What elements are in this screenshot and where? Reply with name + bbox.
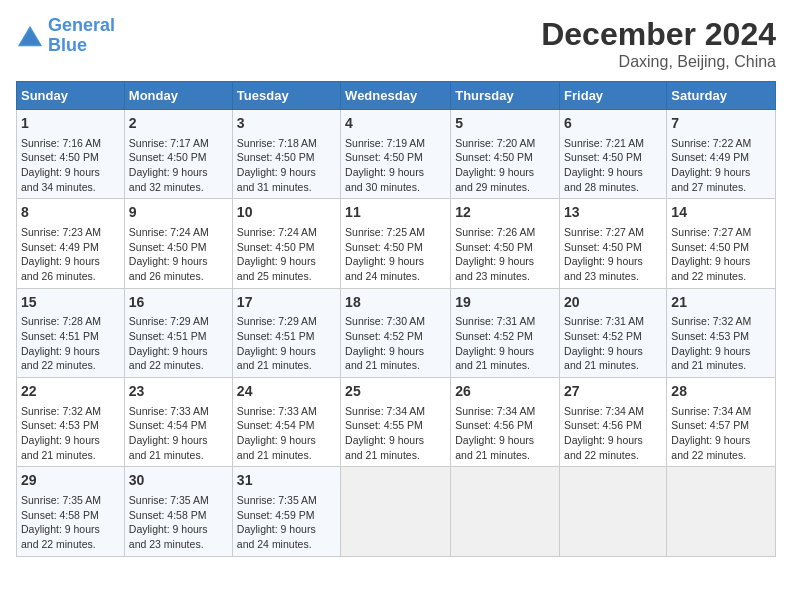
day-info: Sunrise: 7:29 AM Sunset: 4:51 PM Dayligh… — [129, 314, 228, 373]
day-info: Sunrise: 7:27 AM Sunset: 4:50 PM Dayligh… — [564, 225, 662, 284]
calendar-week-4: 22Sunrise: 7:32 AM Sunset: 4:53 PM Dayli… — [17, 378, 776, 467]
logo-text: General Blue — [48, 16, 115, 56]
day-number: 28 — [671, 382, 771, 402]
calendar-cell: 31Sunrise: 7:35 AM Sunset: 4:59 PM Dayli… — [232, 467, 340, 556]
day-info: Sunrise: 7:22 AM Sunset: 4:49 PM Dayligh… — [671, 136, 771, 195]
day-number: 3 — [237, 114, 336, 134]
calendar-cell — [667, 467, 776, 556]
day-number: 24 — [237, 382, 336, 402]
header-cell-thursday: Thursday — [451, 82, 560, 110]
day-info: Sunrise: 7:34 AM Sunset: 4:56 PM Dayligh… — [455, 404, 555, 463]
day-number: 31 — [237, 471, 336, 491]
day-info: Sunrise: 7:27 AM Sunset: 4:50 PM Dayligh… — [671, 225, 771, 284]
calendar-table: SundayMondayTuesdayWednesdayThursdayFrid… — [16, 81, 776, 557]
header-cell-friday: Friday — [560, 82, 667, 110]
calendar-cell: 13Sunrise: 7:27 AM Sunset: 4:50 PM Dayli… — [560, 199, 667, 288]
calendar-cell — [560, 467, 667, 556]
calendar-cell: 22Sunrise: 7:32 AM Sunset: 4:53 PM Dayli… — [17, 378, 125, 467]
day-number: 25 — [345, 382, 446, 402]
day-number: 14 — [671, 203, 771, 223]
day-info: Sunrise: 7:18 AM Sunset: 4:50 PM Dayligh… — [237, 136, 336, 195]
calendar-cell: 4Sunrise: 7:19 AM Sunset: 4:50 PM Daylig… — [341, 110, 451, 199]
logo-icon — [16, 22, 44, 50]
calendar-week-5: 29Sunrise: 7:35 AM Sunset: 4:58 PM Dayli… — [17, 467, 776, 556]
day-info: Sunrise: 7:24 AM Sunset: 4:50 PM Dayligh… — [129, 225, 228, 284]
day-number: 26 — [455, 382, 555, 402]
day-info: Sunrise: 7:16 AM Sunset: 4:50 PM Dayligh… — [21, 136, 120, 195]
header-cell-saturday: Saturday — [667, 82, 776, 110]
calendar-cell: 10Sunrise: 7:24 AM Sunset: 4:50 PM Dayli… — [232, 199, 340, 288]
calendar-cell: 7Sunrise: 7:22 AM Sunset: 4:49 PM Daylig… — [667, 110, 776, 199]
calendar-cell: 15Sunrise: 7:28 AM Sunset: 4:51 PM Dayli… — [17, 288, 125, 377]
day-info: Sunrise: 7:29 AM Sunset: 4:51 PM Dayligh… — [237, 314, 336, 373]
day-number: 7 — [671, 114, 771, 134]
day-info: Sunrise: 7:19 AM Sunset: 4:50 PM Dayligh… — [345, 136, 446, 195]
day-info: Sunrise: 7:32 AM Sunset: 4:53 PM Dayligh… — [671, 314, 771, 373]
calendar-cell: 28Sunrise: 7:34 AM Sunset: 4:57 PM Dayli… — [667, 378, 776, 467]
calendar-header: SundayMondayTuesdayWednesdayThursdayFrid… — [17, 82, 776, 110]
day-number: 12 — [455, 203, 555, 223]
calendar-cell: 25Sunrise: 7:34 AM Sunset: 4:55 PM Dayli… — [341, 378, 451, 467]
day-info: Sunrise: 7:35 AM Sunset: 4:59 PM Dayligh… — [237, 493, 336, 552]
page-header: General Blue December 2024 Daxing, Beiji… — [16, 16, 776, 71]
day-number: 19 — [455, 293, 555, 313]
day-number: 22 — [21, 382, 120, 402]
day-info: Sunrise: 7:21 AM Sunset: 4:50 PM Dayligh… — [564, 136, 662, 195]
calendar-week-1: 1Sunrise: 7:16 AM Sunset: 4:50 PM Daylig… — [17, 110, 776, 199]
header-cell-sunday: Sunday — [17, 82, 125, 110]
calendar-cell: 12Sunrise: 7:26 AM Sunset: 4:50 PM Dayli… — [451, 199, 560, 288]
day-info: Sunrise: 7:24 AM Sunset: 4:50 PM Dayligh… — [237, 225, 336, 284]
day-info: Sunrise: 7:35 AM Sunset: 4:58 PM Dayligh… — [129, 493, 228, 552]
day-info: Sunrise: 7:17 AM Sunset: 4:50 PM Dayligh… — [129, 136, 228, 195]
day-number: 16 — [129, 293, 228, 313]
calendar-cell: 9Sunrise: 7:24 AM Sunset: 4:50 PM Daylig… — [124, 199, 232, 288]
day-number: 1 — [21, 114, 120, 134]
calendar-subtitle: Daxing, Beijing, China — [541, 53, 776, 71]
day-info: Sunrise: 7:33 AM Sunset: 4:54 PM Dayligh… — [237, 404, 336, 463]
day-number: 20 — [564, 293, 662, 313]
day-info: Sunrise: 7:34 AM Sunset: 4:55 PM Dayligh… — [345, 404, 446, 463]
day-info: Sunrise: 7:31 AM Sunset: 4:52 PM Dayligh… — [564, 314, 662, 373]
calendar-cell — [341, 467, 451, 556]
calendar-cell: 8Sunrise: 7:23 AM Sunset: 4:49 PM Daylig… — [17, 199, 125, 288]
day-number: 18 — [345, 293, 446, 313]
calendar-cell: 11Sunrise: 7:25 AM Sunset: 4:50 PM Dayli… — [341, 199, 451, 288]
day-info: Sunrise: 7:33 AM Sunset: 4:54 PM Dayligh… — [129, 404, 228, 463]
calendar-cell: 30Sunrise: 7:35 AM Sunset: 4:58 PM Dayli… — [124, 467, 232, 556]
calendar-cell: 3Sunrise: 7:18 AM Sunset: 4:50 PM Daylig… — [232, 110, 340, 199]
day-number: 27 — [564, 382, 662, 402]
calendar-cell: 21Sunrise: 7:32 AM Sunset: 4:53 PM Dayli… — [667, 288, 776, 377]
day-info: Sunrise: 7:35 AM Sunset: 4:58 PM Dayligh… — [21, 493, 120, 552]
calendar-cell: 17Sunrise: 7:29 AM Sunset: 4:51 PM Dayli… — [232, 288, 340, 377]
day-info: Sunrise: 7:28 AM Sunset: 4:51 PM Dayligh… — [21, 314, 120, 373]
calendar-cell: 1Sunrise: 7:16 AM Sunset: 4:50 PM Daylig… — [17, 110, 125, 199]
calendar-cell: 5Sunrise: 7:20 AM Sunset: 4:50 PM Daylig… — [451, 110, 560, 199]
header-cell-tuesday: Tuesday — [232, 82, 340, 110]
logo-general: General — [48, 15, 115, 35]
calendar-body: 1Sunrise: 7:16 AM Sunset: 4:50 PM Daylig… — [17, 110, 776, 557]
day-info: Sunrise: 7:23 AM Sunset: 4:49 PM Dayligh… — [21, 225, 120, 284]
logo-blue: Blue — [48, 35, 87, 55]
day-info: Sunrise: 7:20 AM Sunset: 4:50 PM Dayligh… — [455, 136, 555, 195]
day-number: 30 — [129, 471, 228, 491]
day-number: 8 — [21, 203, 120, 223]
day-number: 9 — [129, 203, 228, 223]
day-number: 11 — [345, 203, 446, 223]
calendar-cell: 20Sunrise: 7:31 AM Sunset: 4:52 PM Dayli… — [560, 288, 667, 377]
calendar-cell: 14Sunrise: 7:27 AM Sunset: 4:50 PM Dayli… — [667, 199, 776, 288]
calendar-cell: 18Sunrise: 7:30 AM Sunset: 4:52 PM Dayli… — [341, 288, 451, 377]
header-cell-wednesday: Wednesday — [341, 82, 451, 110]
logo: General Blue — [16, 16, 115, 56]
calendar-cell — [451, 467, 560, 556]
calendar-title: December 2024 — [541, 16, 776, 53]
calendar-cell: 16Sunrise: 7:29 AM Sunset: 4:51 PM Dayli… — [124, 288, 232, 377]
day-info: Sunrise: 7:34 AM Sunset: 4:56 PM Dayligh… — [564, 404, 662, 463]
day-number: 5 — [455, 114, 555, 134]
calendar-week-3: 15Sunrise: 7:28 AM Sunset: 4:51 PM Dayli… — [17, 288, 776, 377]
calendar-cell: 2Sunrise: 7:17 AM Sunset: 4:50 PM Daylig… — [124, 110, 232, 199]
day-number: 29 — [21, 471, 120, 491]
calendar-cell: 24Sunrise: 7:33 AM Sunset: 4:54 PM Dayli… — [232, 378, 340, 467]
day-info: Sunrise: 7:31 AM Sunset: 4:52 PM Dayligh… — [455, 314, 555, 373]
day-number: 4 — [345, 114, 446, 134]
day-info: Sunrise: 7:30 AM Sunset: 4:52 PM Dayligh… — [345, 314, 446, 373]
